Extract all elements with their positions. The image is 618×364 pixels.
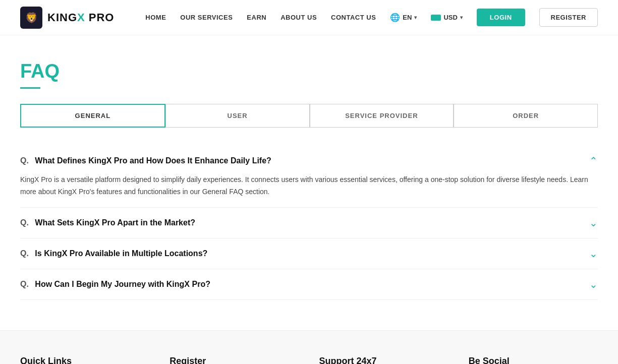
faq-item-3: Q. Is KingX Pro Available in Multiple Lo…: [20, 238, 598, 269]
faq-q-label-3: Q.: [20, 249, 29, 258]
faq-question-3: Q. Is KingX Pro Available in Multiple Lo…: [20, 249, 207, 258]
faq-item-4: Q. How Can I Begin My Journey with KingX…: [20, 269, 598, 300]
currency-label: USD: [443, 14, 457, 21]
faq-title: FAQ: [20, 60, 598, 82]
faq-question-text-1: What Defines KingX Pro and How Does It E…: [35, 156, 271, 165]
currency-selector[interactable]: USD ▾: [431, 14, 462, 21]
faq-collapse-icon-1: ⌃: [589, 155, 598, 167]
register-button[interactable]: REGISTER: [539, 8, 598, 27]
language-selector[interactable]: 🌐 EN ▾: [390, 13, 417, 22]
nav-home[interactable]: HOME: [145, 14, 166, 21]
footer-register-title: Register: [170, 356, 299, 364]
faq-item-1: Q. What Defines KingX Pro and How Does I…: [20, 146, 598, 208]
language-label: EN: [403, 14, 412, 21]
footer-register: Register Register as a User Register as …: [170, 356, 299, 364]
login-button[interactable]: LOGIN: [477, 9, 525, 26]
nav-services[interactable]: OUR SERVICES: [180, 14, 233, 21]
header: 🦁 KINGX PRO HOME OUR SERVICES EARN ABOUT…: [0, 0, 618, 35]
faq-question-row-4[interactable]: Q. How Can I Begin My Journey with KingX…: [20, 278, 598, 290]
faq-q-label-1: Q.: [20, 156, 29, 165]
footer-social: Be Social f t in G ✉: [469, 356, 598, 364]
logo-text: KINGX PRO: [47, 11, 114, 24]
faq-tabs: GENERAL USER SERVICE PROVIDER ORDER: [20, 104, 598, 128]
footer-quick-links-title: Quick Links: [20, 356, 149, 364]
faq-question-row-1[interactable]: Q. What Defines KingX Pro and How Does I…: [20, 155, 598, 167]
language-chevron-icon: ▾: [414, 15, 417, 20]
faq-expand-icon-2: ⌄: [589, 217, 598, 229]
faq-expand-icon-4: ⌄: [589, 278, 598, 290]
main-content: FAQ GENERAL USER SERVICE PROVIDER ORDER …: [0, 35, 618, 330]
tab-service-provider[interactable]: SERVICE PROVIDER: [310, 104, 454, 128]
globe-icon: 🌐: [390, 13, 400, 22]
footer-quick-links: Quick Links Legal About Us: [20, 356, 149, 364]
faq-item-2: Q. What Sets KingX Pro Apart in the Mark…: [20, 208, 598, 238]
footer: Quick Links Legal About Us Register Regi…: [0, 330, 618, 364]
tab-user[interactable]: USER: [165, 104, 310, 128]
faq-title-underline: [20, 87, 40, 89]
faq-expand-icon-3: ⌄: [589, 248, 598, 260]
nav-earn[interactable]: EARN: [247, 14, 266, 21]
footer-support-title: Support 24x7: [319, 356, 448, 364]
footer-grid: Quick Links Legal About Us Register Regi…: [20, 356, 598, 364]
nav-area: HOME OUR SERVICES EARN ABOUT US CONTACT …: [145, 8, 598, 27]
faq-question-text-2: What Sets KingX Pro Apart in the Market?: [35, 218, 195, 227]
nav-contact[interactable]: CONTACT US: [331, 14, 376, 21]
nav-about[interactable]: ABOUT US: [280, 14, 317, 21]
footer-social-title: Be Social: [469, 356, 598, 364]
faq-question-text-4: How Can I Begin My Journey with KingX Pr…: [35, 280, 210, 288]
faq-list: Q. What Defines KingX Pro and How Does I…: [20, 146, 598, 300]
faq-question-4: Q. How Can I Begin My Journey with KingX…: [20, 280, 210, 289]
faq-answer-1: KingX Pro is a versatile platform design…: [20, 174, 598, 198]
faq-question-row-2[interactable]: Q. What Sets KingX Pro Apart in the Mark…: [20, 217, 598, 229]
faq-question-text-3: Is KingX Pro Available in Multiple Locat…: [35, 249, 207, 258]
currency-chevron-icon: ▾: [460, 15, 463, 20]
faq-q-label-4: Q.: [20, 280, 29, 288]
faq-q-label-2: Q.: [20, 218, 29, 227]
currency-flag-icon: [431, 15, 441, 21]
faq-question-2: Q. What Sets KingX Pro Apart in the Mark…: [20, 218, 195, 227]
logo-area: 🦁 KINGX PRO: [20, 7, 114, 29]
footer-support: Support 24x7 ❓ Help Center 💬 Faq: [319, 356, 448, 364]
tab-general[interactable]: GENERAL: [20, 104, 165, 128]
faq-question-row-3[interactable]: Q. Is KingX Pro Available in Multiple Lo…: [20, 248, 598, 260]
faq-question-1: Q. What Defines KingX Pro and How Does I…: [20, 156, 271, 165]
tab-order[interactable]: ORDER: [454, 104, 598, 128]
logo-icon: 🦁: [20, 7, 42, 29]
